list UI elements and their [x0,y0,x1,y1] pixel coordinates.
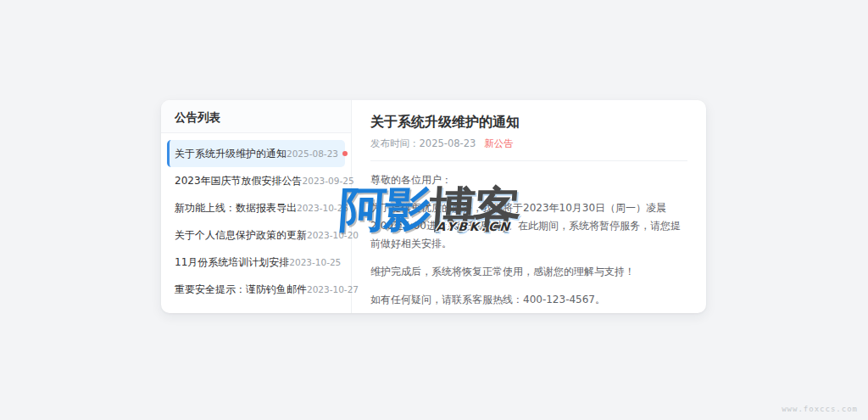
announcement-item-meta: 2023-09-25 [303,176,354,186]
unread-dot [342,151,348,156]
body-paragraph-3: 如有任何疑问，请联系客服热线：400-123-4567。 [370,291,687,309]
detail-divider [370,160,687,161]
publish-time-label: 发布时间： [370,137,420,149]
announcement-item-title: 关于系统升级维护的通知 [175,147,287,161]
announcement-item-meta: 2023-10-20 [307,230,359,240]
detail-meta: 发布时间：2025-08-23新公告 [370,137,687,150]
announcement-item-date: 2023-09-25 [303,176,354,186]
announcement-item-meta: 2023-10-25 [289,257,341,267]
announcement-list-item[interactable]: 新功能上线：数据报表导出 2023-10-26 [167,194,345,221]
announcement-item-date: 2023-10-27 [307,284,359,294]
publish-date: 2025-08-23 [420,137,476,149]
panel-title: 公告列表 [161,100,351,133]
corner-watermark: www.foxccs.com [782,405,858,413]
announcement-detail-panel: 关于系统升级维护的通知 发布时间：2025-08-23新公告 尊敬的各位用户： … [352,100,706,313]
announcement-list-panel: 公告列表 关于系统升级维护的通知 2025-08-23 2023年国庆节放假安排… [161,100,352,313]
announcement-item-meta: 2023-10-26 [297,203,348,213]
announcement-item-date: 2023-10-26 [297,203,348,213]
announcement-item-date: 2023-10-20 [307,230,359,240]
announcement-item-title: 新功能上线：数据报表导出 [175,201,297,216]
announcement-list: 关于系统升级维护的通知 2025-08-23 2023年国庆节放假安排公告 20… [161,133,351,306]
announcement-item-date: 2023-10-25 [289,257,341,267]
detail-body: 尊敬的各位用户： 为了提供更优质的服务，我们将于2023年10月30日（周一）凌… [370,171,687,309]
body-paragraph-2: 维护完成后，系统将恢复正常使用，感谢您的理解与支持！ [370,263,687,281]
body-greeting: 尊敬的各位用户： [370,171,687,189]
detail-title: 关于系统升级维护的通知 [370,114,687,131]
body-paragraph-1: 为了提供更优质的服务，我们将于2023年10月30日（周一）凌晨2:00至5:0… [370,199,687,253]
announcement-item-title: 2023年国庆节放假安排公告 [175,174,303,188]
announcement-list-item[interactable]: 2023年国庆节放假安排公告 2023-09-25 [167,167,345,194]
announcement-item-title: 重要安全提示：谨防钓鱼邮件 [175,283,307,297]
announcement-list-item[interactable]: 11月份系统培训计划安排 2023-10-25 [167,249,345,276]
announcement-item-date: 2025-08-23 [287,148,338,159]
announcement-item-title: 11月份系统培训计划安排 [175,255,289,270]
new-announcement-badge: 新公告 [484,137,514,149]
announcement-item-meta: 2025-08-23 [287,148,348,159]
announcement-list-item-active[interactable]: 关于系统升级维护的通知 2025-08-23 [167,140,345,167]
announcement-card: 公告列表 关于系统升级维护的通知 2025-08-23 2023年国庆节放假安排… [161,100,706,313]
announcement-item-meta: 2023-10-27 [307,284,359,294]
announcement-item-title: 关于个人信息保护政策的更新 [175,228,307,243]
announcement-list-item[interactable]: 重要安全提示：谨防钓鱼邮件 2023-10-27 [167,276,345,303]
announcement-list-item[interactable]: 关于个人信息保护政策的更新 2023-10-20 [167,221,345,249]
